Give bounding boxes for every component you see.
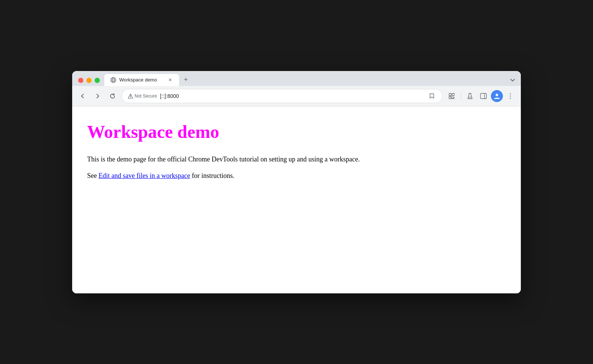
- tab-close-button[interactable]: ✕: [167, 77, 173, 83]
- url-display: [::]:8000: [160, 93, 424, 99]
- window-controls: [75, 78, 104, 86]
- tab-favicon: [110, 77, 116, 83]
- nav-actions: [446, 90, 516, 102]
- page-heading: Workspace demo: [87, 121, 506, 142]
- browser-window: Workspace demo ✕ +: [72, 71, 521, 293]
- security-indicator: Not Secure: [128, 93, 157, 99]
- svg-marker-8: [430, 94, 434, 98]
- close-window-button[interactable]: [78, 78, 83, 83]
- svg-point-17: [510, 95, 511, 96]
- more-options-button[interactable]: [504, 90, 516, 102]
- nav-divider: [461, 92, 461, 101]
- sidebar-toggle-button[interactable]: [477, 90, 489, 102]
- page-link-line: See Edit and save files in a workspace f…: [87, 172, 506, 180]
- profile-button[interactable]: [491, 90, 503, 102]
- svg-point-7: [130, 97, 130, 98]
- page-content: Workspace demo This is the demo page for…: [72, 107, 521, 293]
- tab-title: Workspace demo: [119, 77, 164, 83]
- forward-button[interactable]: [92, 90, 104, 102]
- svg-rect-13: [480, 93, 486, 99]
- svg-point-15: [496, 93, 498, 96]
- workspace-link[interactable]: Edit and save files in a workspace: [99, 172, 190, 179]
- address-bar[interactable]: Not Secure [::]:8000: [122, 89, 443, 103]
- svg-rect-9: [449, 93, 451, 96]
- minimize-window-button[interactable]: [86, 78, 92, 83]
- new-tab-button[interactable]: +: [181, 75, 191, 85]
- svg-rect-10: [452, 93, 454, 96]
- navigation-bar: Not Secure [::]:8000: [72, 86, 521, 107]
- link-suffix: for instructions.: [190, 172, 234, 179]
- chrome-labs-button[interactable]: [464, 90, 476, 102]
- security-label: Not Secure: [135, 93, 157, 99]
- tab-bar: Workspace demo ✕ +: [72, 71, 521, 86]
- maximize-window-button[interactable]: [95, 78, 100, 83]
- svg-point-16: [510, 93, 511, 94]
- reload-button[interactable]: [107, 90, 119, 102]
- page-body-text: This is the demo page for the official C…: [87, 154, 506, 165]
- link-prefix: See: [87, 172, 99, 179]
- tab-menu-button[interactable]: [507, 75, 518, 85]
- svg-rect-11: [449, 96, 451, 99]
- warning-icon: [128, 93, 133, 99]
- bookmark-button[interactable]: [427, 92, 436, 101]
- extensions-button[interactable]: [446, 90, 458, 102]
- title-bar: Workspace demo ✕ +: [72, 71, 521, 107]
- active-tab[interactable]: Workspace demo ✕: [104, 74, 179, 86]
- back-button[interactable]: [77, 90, 89, 102]
- svg-point-18: [510, 98, 511, 99]
